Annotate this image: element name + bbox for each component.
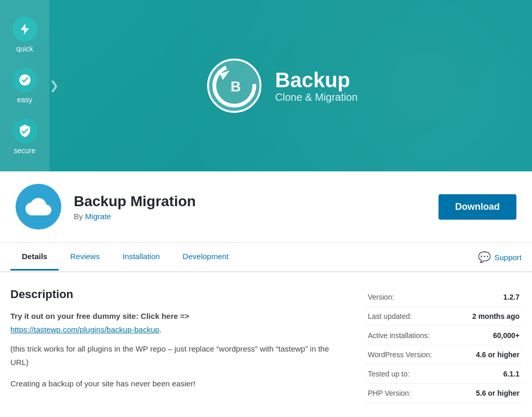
meta-row: Last updated: 2 months ago <box>366 307 522 326</box>
description-intro: Try it out on your free dummy site: Clic… <box>10 310 345 336</box>
check-icon <box>18 73 32 87</box>
easy-icon-circle <box>12 68 37 92</box>
plugin-info-row: Backup Migration By Migrate Download <box>0 171 532 243</box>
tab-development[interactable]: Development <box>171 244 240 271</box>
plugin-name: Backup Migration <box>74 193 426 210</box>
plugin-icon <box>16 184 61 230</box>
secure-icon-circle <box>12 118 37 143</box>
tab-details[interactable]: Details <box>10 244 59 271</box>
meta-label: Version: <box>366 288 451 307</box>
download-button[interactable]: Download <box>438 194 516 220</box>
meta-label: PHP Version: <box>366 384 451 403</box>
meta-value: 1.2.7 <box>451 288 522 307</box>
svg-text:B: B <box>230 78 241 95</box>
meta-label: Last updated: <box>366 307 451 326</box>
meta-row: WordPress Version: 4.6 or higher <box>366 345 522 365</box>
side-label-secure: secure <box>14 146 35 155</box>
meta-table: Version: 1.2.7 Last updated: 2 months ag… <box>366 288 522 403</box>
side-item-easy: easy <box>12 68 37 104</box>
content-area: Description Try it out on your free dumm… <box>0 272 532 417</box>
description-closing: Creating a backup of your site has never… <box>10 377 345 391</box>
meta-label: WordPress Version: <box>366 345 451 365</box>
support-label: Support <box>494 253 522 262</box>
meta-row: Active installations: 60,000+ <box>366 326 522 345</box>
cloud-icon <box>25 194 51 220</box>
plugin-logo: B <box>206 57 263 114</box>
support-icon: 💬 <box>478 251 491 263</box>
meta-row: PHP Version: 5.6 or higher <box>366 384 522 403</box>
sidebar: Version: 1.2.7 Last updated: 2 months ag… <box>366 288 522 403</box>
by-label: By <box>74 212 83 221</box>
meta-value: 4.6 or higher <box>451 345 522 365</box>
description-note: (this trick works for all plugins in the… <box>10 342 345 369</box>
meta-value: 2 months ago <box>451 307 522 326</box>
meta-value: 60,000+ <box>451 326 522 345</box>
side-label-quick: quick <box>16 45 33 53</box>
main-content: Description Try it out on your free dumm… <box>10 288 366 403</box>
meta-row: Version: 1.2.7 <box>366 288 522 307</box>
lightning-icon <box>18 22 32 36</box>
description-body: Try it out on your free dummy site: Clic… <box>10 310 345 391</box>
tab-reviews[interactable]: Reviews <box>59 244 111 271</box>
hero-title: Backup <box>275 69 358 91</box>
author-link[interactable]: Migrate <box>85 212 111 221</box>
meta-row: Tested up to: 6.1.1 <box>366 365 522 384</box>
tab-installation[interactable]: Installation <box>111 244 171 271</box>
plugin-details: Backup Migration By Migrate <box>74 193 426 221</box>
meta-value: 6.1.1 <box>451 365 522 384</box>
hero-subtitle: Clone & Migration <box>275 91 358 103</box>
description-title: Description <box>10 288 345 301</box>
side-label-easy: easy <box>17 96 33 104</box>
side-item-secure: secure <box>12 118 37 155</box>
support-link[interactable]: 💬 Support <box>478 243 522 272</box>
plugin-by: By Migrate <box>74 212 426 221</box>
tastewp-link[interactable]: https://tastewp.com/plugins/backup-backu… <box>10 325 159 334</box>
chevron-right-icon: ❯ <box>49 79 59 92</box>
side-item-quick: quick <box>12 17 37 53</box>
side-strip: quick easy secure <box>0 0 49 171</box>
hero-banner: quick easy secure <box>0 0 532 171</box>
hero-center: B Backup Clone & Migration <box>206 57 358 114</box>
description-intro-bold: Try it out on your free dummy site: Clic… <box>10 312 189 320</box>
meta-value: 5.6 or higher <box>451 384 522 403</box>
meta-label: Active installations: <box>366 326 451 345</box>
tabs-row: Details Reviews Installation Development… <box>0 243 532 272</box>
hero-text-block: Backup Clone & Migration <box>275 69 358 103</box>
quick-icon-circle <box>12 17 37 42</box>
page-wrapper: quick easy secure <box>0 0 532 417</box>
meta-label: Tested up to: <box>366 365 451 384</box>
shield-icon <box>18 124 32 138</box>
